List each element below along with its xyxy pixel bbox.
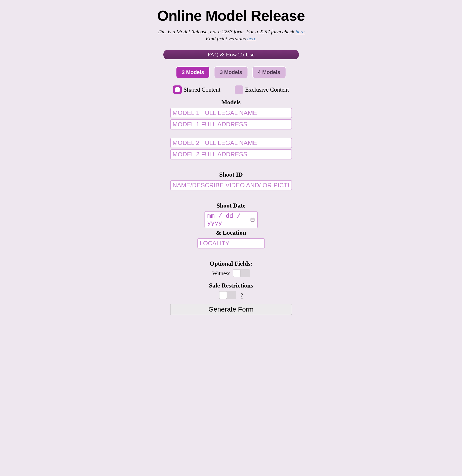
input-shoot-date[interactable]: mm / dd / yyyy bbox=[205, 211, 258, 228]
input-locality[interactable] bbox=[197, 238, 265, 248]
sale-restrictions-help[interactable]: ? bbox=[241, 292, 243, 298]
input-model2-name[interactable] bbox=[170, 138, 292, 148]
heading-models: Models bbox=[112, 99, 350, 106]
toggle-witness[interactable] bbox=[233, 269, 250, 277]
label-witness: Witness bbox=[212, 270, 230, 277]
svg-rect-0 bbox=[251, 218, 254, 221]
heading-shoot-id: Shoot ID bbox=[112, 171, 350, 178]
heading-shoot-date: Shoot Date bbox=[112, 202, 350, 209]
link-2257-here[interactable]: here bbox=[296, 29, 305, 34]
input-model1-address[interactable] bbox=[170, 119, 292, 129]
tab-2-models[interactable]: 2 Models bbox=[176, 66, 210, 78]
subtitle-line2-text: Find print versions bbox=[206, 35, 247, 42]
subtitle: This is a Model Release, not a 2257 form… bbox=[112, 28, 350, 42]
toggle-sale-restrictions[interactable] bbox=[219, 291, 236, 299]
calendar-icon[interactable] bbox=[250, 217, 255, 222]
checkbox-exclusive-content[interactable] bbox=[235, 85, 243, 94]
link-print-here[interactable]: here bbox=[247, 35, 256, 42]
label-shared-content: Shared Content bbox=[184, 86, 220, 93]
input-model1-name[interactable] bbox=[170, 108, 292, 118]
model-count-tabs: 2 Models 3 Models 4 Models bbox=[112, 66, 350, 78]
page-title: Online Model Release bbox=[112, 7, 350, 24]
input-model2-address[interactable] bbox=[170, 149, 292, 160]
content-type-row: Shared Content Exclusive Content bbox=[112, 85, 350, 94]
generate-form-button[interactable]: Generate Form bbox=[170, 304, 292, 315]
input-shoot-id[interactable] bbox=[170, 180, 292, 190]
label-exclusive-content: Exclusive Content bbox=[245, 86, 289, 93]
checkbox-shared-content[interactable] bbox=[173, 85, 182, 94]
faq-bar[interactable]: FAQ & How To Use bbox=[163, 50, 299, 59]
heading-and-location: & Location bbox=[112, 229, 350, 236]
heading-optional-fields: Optional Fields: bbox=[112, 260, 350, 267]
tab-4-models[interactable]: 4 Models bbox=[252, 66, 286, 78]
tab-3-models[interactable]: 3 Models bbox=[214, 66, 248, 78]
subtitle-line1-text: This is a Model Release, not a 2257 form… bbox=[157, 29, 296, 34]
date-placeholder-text: mm / dd / yyyy bbox=[207, 212, 250, 227]
heading-sale-restrictions: Sale Restrictions bbox=[112, 282, 350, 289]
